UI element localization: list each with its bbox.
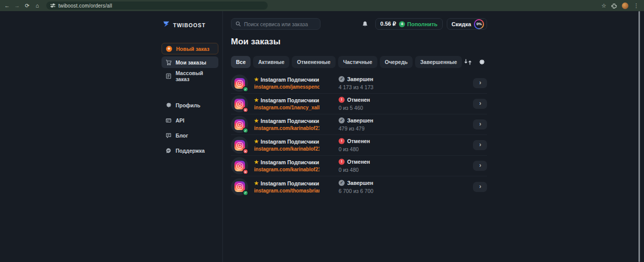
sidebar-item-bulk[interactable]: Массовый заказ — [162, 70, 218, 82]
order-progress: 6 700 из 6 700 — [339, 188, 414, 194]
cart-icon — [166, 59, 172, 66]
tab-0[interactable]: Все — [231, 56, 251, 68]
sidebar-item-api[interactable]: API — [162, 114, 218, 127]
order-details-chevron-button[interactable]: › — [473, 161, 487, 171]
sidebar-item-cart[interactable]: Мои заказы — [162, 56, 218, 68]
home-icon[interactable]: ⌂ — [33, 2, 41, 10]
order-row: ✓ ★ Instagram Подписчики ... instagram.c… — [231, 176, 487, 197]
order-status-badge-icon: ✕ — [243, 107, 249, 113]
order-details-chevron-button[interactable]: › — [473, 78, 487, 88]
plus-icon: + — [399, 21, 405, 27]
order-status-text: Отменен — [347, 159, 370, 165]
discount-value: 0% — [475, 20, 483, 28]
extensions-icon[interactable] — [611, 3, 617, 9]
star-icon: ★ — [254, 139, 259, 144]
sidebar-item-label: Блог — [176, 133, 188, 139]
search-bar[interactable] — [231, 18, 320, 30]
star-icon: ★ — [254, 118, 259, 123]
status-icon: ✓ — [339, 76, 345, 82]
sidebar-item-label: Новый заказ — [176, 46, 209, 52]
instagram-avatar: ✓ — [231, 178, 248, 195]
tab-5[interactable]: Завершенные — [415, 56, 462, 68]
instagram-avatar: ✕ — [231, 137, 248, 154]
discount-label: Скидка — [452, 21, 471, 27]
browser-toolbar: ← → ⟳ ⌂ twiboost.com/orders/all ☆ ⋮ — [0, 0, 644, 11]
notifications-bell-icon[interactable] — [362, 21, 368, 27]
screen: ← → ⟳ ⌂ twiboost.com/orders/all ☆ ⋮ — [0, 0, 644, 262]
order-target-link[interactable]: instagram.com/jamesspence... — [254, 84, 319, 90]
order-details-chevron-button[interactable]: › — [473, 119, 487, 129]
instagram-avatar: ✓ — [231, 75, 248, 92]
sidebar-item-blog[interactable]: Блог — [162, 129, 218, 142]
order-progress: 0 из 5 460 — [339, 105, 414, 111]
page: TWIBOOST +Новый заказМои заказыМассовый … — [0, 11, 644, 262]
site-settings-icon[interactable] — [50, 3, 55, 8]
topup-button[interactable]: + Пополнить — [399, 21, 437, 27]
logo[interactable]: TWIBOOST — [162, 18, 218, 43]
instagram-avatar: ✓ — [231, 116, 248, 133]
logo-icon — [163, 20, 170, 30]
order-status-badge-icon: ✓ — [243, 190, 249, 196]
back-icon[interactable]: ← — [3, 2, 11, 10]
star-icon: ★ — [254, 181, 259, 186]
order-details-chevron-button[interactable]: › — [473, 99, 487, 109]
order-status-text: Завершен — [347, 76, 373, 82]
browser-menu-icon[interactable]: ⋮ — [633, 3, 639, 9]
page-title: Мои заказы — [231, 37, 487, 47]
main-content: 0.56 ₽ + Пополнить Скидка 0% — [223, 11, 487, 262]
sidebar-item-label: Мои заказы — [176, 59, 206, 66]
order-target-link[interactable]: instagram.com/thomasbrianc... — [254, 188, 319, 193]
order-target-link[interactable]: instagram.com/karinablof210/# — [254, 146, 319, 152]
orders-list: ✓ ★ Instagram Подписчики ... instagram.c… — [231, 73, 487, 197]
support-icon — [166, 148, 172, 154]
order-row: ✓ ★ Instagram Подписчики ... instagram.c… — [231, 114, 487, 135]
address-bar[interactable]: twiboost.com/orders/all — [46, 2, 268, 10]
order-progress: 0 из 480 — [339, 167, 414, 173]
sidebar-item-plus[interactable]: +Новый заказ — [162, 43, 218, 54]
order-target-link[interactable]: instagram.com/1nancy_xallen... — [254, 105, 319, 110]
order-status-text: Завершен — [347, 117, 373, 123]
reload-icon[interactable]: ⟳ — [23, 2, 31, 10]
settings-gear-icon[interactable] — [478, 59, 485, 66]
order-service-name: Instagram Подписчики ... — [261, 77, 319, 83]
sidebar-item-gear[interactable]: Профиль — [162, 99, 218, 112]
order-details-chevron-button[interactable]: › — [473, 140, 487, 150]
order-status-text: Отменен — [347, 138, 370, 144]
order-progress: 4 173 из 4 173 — [339, 84, 414, 90]
order-service-name: Instagram Подписчики ... — [261, 159, 319, 165]
order-service-name: Instagram Подписчики ... — [261, 139, 319, 145]
discount-pill[interactable]: Скидка 0% — [447, 18, 488, 30]
logo-text: TWIBOOST — [173, 22, 206, 28]
star-icon: ★ — [254, 77, 259, 82]
tab-4[interactable]: Очередь — [380, 56, 413, 68]
tabs: ВсеАктивныеОтмененныеЧастичныеОчередьЗав… — [231, 56, 487, 68]
sidebar-item-support[interactable]: Поддержка — [162, 144, 218, 157]
browser-profile-avatar[interactable] — [622, 3, 628, 9]
order-service-name: Instagram Подписчики ... — [261, 118, 319, 124]
api-icon — [166, 117, 172, 123]
order-row: ✕ ★ Instagram Подписчики ... instagram.c… — [231, 135, 487, 156]
status-icon: ! — [339, 138, 345, 144]
topup-label: Пополнить — [407, 21, 437, 27]
order-status-badge-icon: ✕ — [243, 148, 249, 154]
order-row: ✕ ★ Instagram Подписчики ... instagram.c… — [231, 156, 487, 176]
bookmark-star-icon[interactable]: ☆ — [601, 3, 606, 9]
order-target-link[interactable]: instagram.com/karinablof210/# — [254, 167, 319, 172]
sidebar-item-label: Массовый заказ — [176, 70, 214, 82]
forward-icon[interactable]: → — [13, 2, 21, 10]
sidebar-item-label: Поддержка — [176, 148, 205, 154]
sort-icon[interactable] — [464, 59, 471, 65]
order-details-chevron-button[interactable]: › — [473, 182, 487, 192]
tab-2[interactable]: Отмененные — [292, 56, 336, 68]
order-service-name: Instagram Подписчики ... — [261, 97, 319, 103]
url-text: twiboost.com/orders/all — [58, 3, 112, 9]
instagram-avatar: ✕ — [231, 157, 248, 174]
tab-1[interactable]: Активные — [253, 56, 289, 68]
scrollbar[interactable] — [638, 11, 640, 262]
order-status-badge-icon: ✕ — [243, 169, 249, 175]
tab-3[interactable]: Частичные — [338, 56, 377, 68]
search-icon — [235, 20, 241, 29]
order-target-link[interactable]: instagram.com/karinablof210/# — [254, 125, 319, 131]
sidebar: TWIBOOST +Новый заказМои заказыМассовый … — [154, 11, 223, 262]
search-input[interactable] — [244, 21, 316, 27]
